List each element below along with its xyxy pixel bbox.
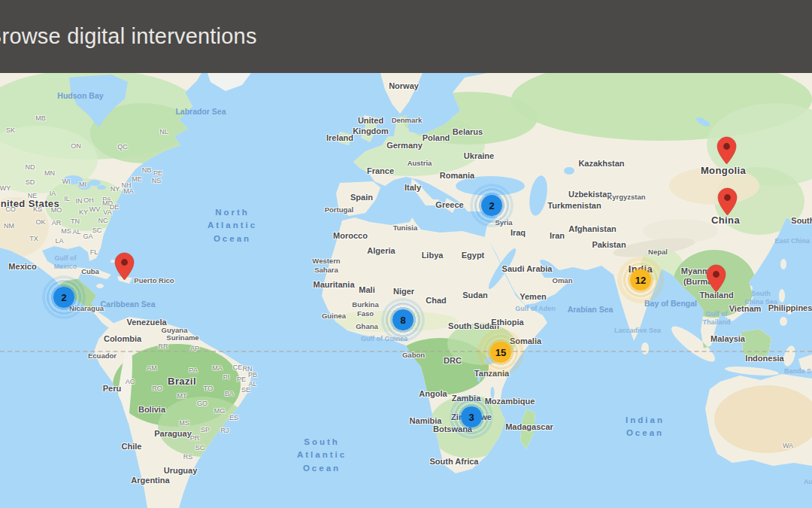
cluster-count: 2 xyxy=(53,287,74,308)
equator-line xyxy=(0,351,812,352)
pin-icon xyxy=(717,137,736,164)
map-pin-mongolia[interactable] xyxy=(717,136,737,165)
map-pin-china[interactable] xyxy=(717,187,738,216)
cluster-count: 12 xyxy=(630,269,651,291)
map-pin-thailand[interactable] xyxy=(706,264,726,293)
pin-icon xyxy=(718,188,737,215)
page-title: Browse digital interventions xyxy=(0,24,257,49)
map-pin-dominican-republic[interactable] xyxy=(114,252,135,281)
world-map-graphic xyxy=(0,73,812,508)
pin-icon xyxy=(115,253,134,280)
cluster-count: 15 xyxy=(490,342,511,363)
cluster-count: 3 xyxy=(461,406,482,427)
map-canvas[interactable]: Hudson BayLabrador SeaNorth Atlantic Oce… xyxy=(0,73,812,508)
cluster-count: 2 xyxy=(481,195,502,216)
pin-icon xyxy=(707,265,726,292)
header: Browse digital interventions xyxy=(0,0,812,73)
cluster-count: 8 xyxy=(392,309,414,330)
